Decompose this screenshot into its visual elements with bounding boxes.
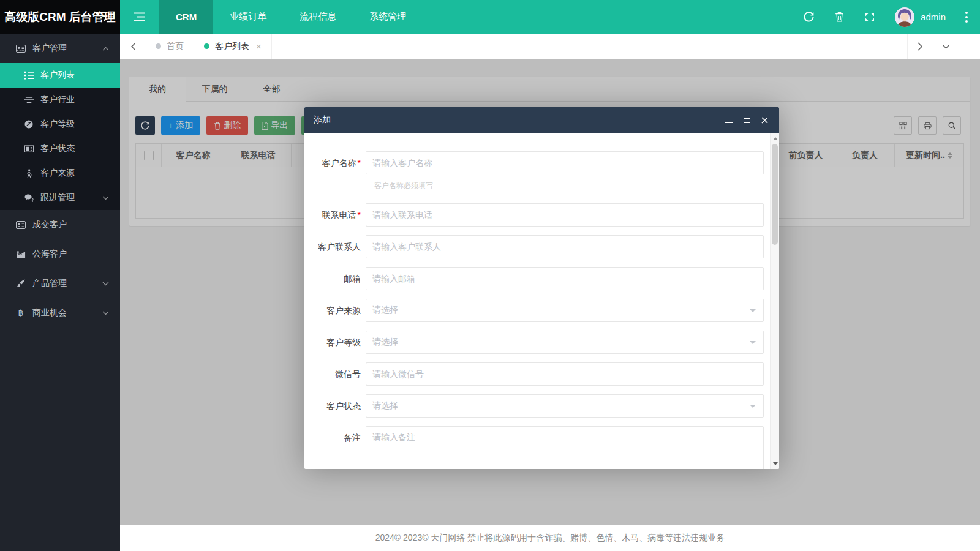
sidebar: 客户管理 客户列表 客户行业 客户等级 (0, 34, 120, 551)
sidebar-item-public-customers[interactable]: 公海客户 (0, 239, 120, 269)
fullscreen-icon[interactable] (854, 0, 885, 34)
chevron-down-icon (102, 311, 109, 315)
sidebar-item-label: 客户状态 (40, 143, 75, 154)
wechat-input[interactable] (366, 362, 764, 386)
header-actions: admin (793, 0, 980, 34)
form-row-contact-person: 客户联系人 (313, 235, 755, 258)
trash-icon[interactable] (824, 0, 854, 34)
email-input[interactable] (366, 267, 764, 290)
customer-level-select[interactable]: 请选择 (366, 331, 764, 354)
field-label: 客户联系人 (313, 235, 361, 258)
tab-customer-list[interactable]: 客户列表 × (194, 34, 272, 59)
sidebar-group-label: 客户管理 (32, 43, 67, 54)
tab-status-dot (156, 43, 161, 49)
chevron-up-icon (102, 47, 109, 51)
contact-person-input[interactable] (366, 235, 764, 258)
tab-close-icon[interactable]: × (256, 42, 262, 51)
customer-source-select[interactable]: 请选择 (366, 299, 764, 322)
form-row-wechat: 微信号 (313, 362, 755, 386)
form-row-customer-status: 客户状态 请选择 (313, 394, 755, 418)
sidebar-submenu: 客户列表 客户行业 客户等级 客户状态 (0, 63, 120, 210)
sidebar-item-followup-mgmt[interactable]: 跟进管理 (0, 186, 120, 210)
form-row-phone: 联系电话* (313, 203, 755, 227)
chevron-down-icon (102, 196, 109, 200)
copyright-text: 2024© 2023© 天门网络 禁止将此源码用于含诈骗、赌博、色情、木马、病毒… (375, 533, 725, 544)
scrollbar-thumb[interactable] (772, 144, 778, 245)
tab-label: 首页 (167, 41, 184, 52)
sidebar-item-business-opportunity[interactable]: ฿ 商业机会 (0, 298, 120, 328)
sidebar-item-customer-status[interactable]: 客户状态 (0, 137, 120, 161)
tabs-scroll-right-icon[interactable] (907, 34, 933, 59)
field-label: 联系电话* (313, 203, 361, 227)
remark-textarea[interactable] (366, 426, 764, 469)
modal-title: 添加 (314, 114, 331, 126)
sidebar-item-label: 成交客户 (32, 219, 67, 230)
menu-fold-icon[interactable] (120, 0, 159, 34)
nav-item-system[interactable]: 系统管理 (353, 0, 423, 34)
chat-bubbles-icon (23, 193, 34, 202)
customer-name-input[interactable] (366, 151, 764, 174)
sidebar-item-customer-list[interactable]: 客户列表 (0, 63, 120, 88)
sidebar-item-product-mgmt[interactable]: 产品管理 (0, 269, 120, 298)
scroll-up-icon[interactable] (771, 134, 779, 143)
nav-item-orders[interactable]: 业绩订单 (213, 0, 283, 34)
select-placeholder: 请选择 (372, 305, 398, 316)
username-label[interactable]: admin (921, 12, 946, 22)
form-row-customer-level: 客户等级 请选择 (313, 331, 755, 354)
tabs-dropdown-icon[interactable] (933, 34, 959, 59)
page-tabbar: 首页 客户列表 × (120, 34, 980, 59)
modal-scrollbar[interactable] (770, 133, 779, 469)
tabs-scroll-left-icon[interactable] (120, 34, 146, 59)
nav-item-flow[interactable]: 流程信息 (283, 0, 353, 34)
required-mark: * (358, 210, 361, 220)
tab-home[interactable]: 首页 (146, 34, 194, 59)
sidebar-group-customer-mgmt[interactable]: 客户管理 (0, 34, 120, 63)
maximize-icon[interactable] (742, 115, 752, 125)
user-avatar[interactable] (895, 7, 914, 27)
field-label: 客户名称* (313, 151, 361, 174)
field-label: 邮箱 (313, 267, 361, 290)
sidebar-item-customer-industry[interactable]: 客户行业 (0, 88, 120, 112)
sidebar-item-label: 客户行业 (40, 94, 75, 105)
customer-status-select[interactable]: 请选择 (366, 394, 764, 418)
list-icon (23, 71, 34, 80)
caret-down-icon (750, 309, 756, 312)
id-card-icon (15, 221, 26, 229)
minimize-icon[interactable] (724, 115, 734, 125)
field-label: 备注 (313, 426, 361, 469)
level-circle-icon (23, 120, 34, 129)
modal-header[interactable]: 添加 (304, 107, 779, 133)
tab-label: 客户列表 (215, 41, 249, 52)
sidebar-item-label: 商业机会 (32, 307, 67, 318)
caret-down-icon (750, 405, 756, 408)
field-label: 客户状态 (313, 394, 361, 418)
nav-item-crm[interactable]: CRM (159, 0, 213, 34)
tabbar-controls (907, 34, 980, 59)
page-footer: 2024© 2023© 天门网络 禁止将此源码用于含诈骗、赌博、色情、木马、病毒… (120, 525, 980, 551)
form-row-customer-source: 客户来源 请选择 (313, 299, 755, 322)
add-customer-modal: 添加 客户名称* 客户名称必须填写 联系电话* 客户联系人 (304, 107, 779, 469)
modal-form: 客户名称* 客户名称必须填写 联系电话* 客户联系人 邮箱 客户来源 (304, 133, 779, 469)
industry-icon (15, 250, 26, 258)
phone-input[interactable] (366, 203, 764, 227)
sidebar-item-closed-customers[interactable]: 成交客户 (0, 210, 120, 239)
validation-hint: 客户名称必须填写 (374, 181, 755, 191)
sidebar-item-label: 公海客户 (32, 249, 67, 260)
top-nav: CRM 业绩订单 流程信息 系统管理 admin (120, 0, 980, 34)
sidebar-item-customer-source[interactable]: 客户来源 (0, 161, 120, 186)
required-mark: * (358, 158, 361, 168)
refresh-icon[interactable] (793, 0, 824, 34)
sidebar-item-customer-level[interactable]: 客户等级 (0, 112, 120, 137)
top-header: 高级版CRM 后台管理 CRM 业绩订单 流程信息 系统管理 (0, 0, 980, 34)
select-placeholder: 请选择 (372, 400, 398, 411)
id-card-icon (15, 45, 26, 53)
close-icon[interactable] (760, 115, 769, 125)
paint-brush-icon (15, 279, 26, 288)
sidebar-item-label: 客户列表 (40, 70, 75, 81)
scroll-down-icon[interactable] (771, 459, 779, 468)
field-label: 客户来源 (313, 299, 361, 322)
sidebar-item-label: 产品管理 (32, 278, 67, 289)
app-root: 高级版CRM 后台管理 CRM 业绩订单 流程信息 系统管理 (0, 0, 980, 551)
image-card-icon (23, 145, 34, 152)
more-menu-icon[interactable] (953, 0, 980, 34)
